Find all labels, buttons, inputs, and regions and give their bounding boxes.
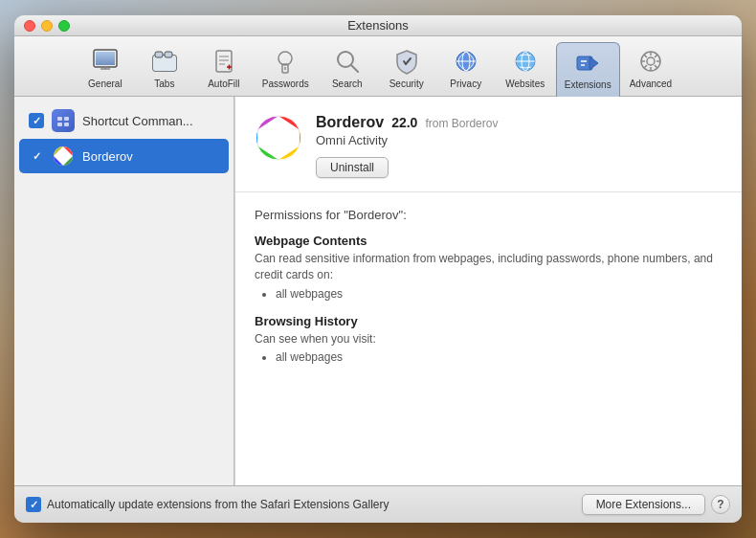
uninstall-button[interactable]: Uninstall [316,157,389,178]
toolbar-item-passwords[interactable]: Passwords [255,42,317,96]
toolbar-label-advanced: Advanced [630,78,672,89]
permission-heading-browsing: Browsing History [255,314,723,328]
extension-logo [255,114,302,162]
permission-item-webpage-0: all webpages [276,287,723,301]
extension-title-row: Borderov 22.0 from Borderov [316,114,723,131]
titlebar: Extensions [14,15,742,36]
borderov-sidebar-icon [52,145,75,168]
more-extensions-button[interactable]: More Extensions... [582,494,705,515]
svg-rect-43 [64,117,69,121]
svg-point-33 [647,57,655,65]
toolbar-item-autofill[interactable]: AutoFill [195,42,253,96]
permission-group-webpage: Webpage Contents Can read sensitive info… [255,234,723,301]
minimize-button[interactable] [41,20,53,32]
extension-from: from Borderov [425,117,498,130]
tabs-icon [149,46,180,77]
svg-line-41 [644,65,647,68]
svg-line-19 [351,65,358,72]
extension-info: Borderov 22.0 from Borderov Omni Activit… [316,114,723,178]
svg-rect-44 [57,123,62,126]
permissions-title: Permissions for "Borderov": [255,208,723,222]
bottom-bar: Automatically update extensions from the… [14,485,742,523]
close-button[interactable] [24,20,35,32]
toolbar-items: General Tabs [77,42,679,96]
websites-icon [510,46,541,77]
auto-update-label: Automatically update extensions from the… [47,498,389,511]
sidebar-item-borderov[interactable]: Borderov [19,139,229,173]
svg-point-15 [278,52,292,65]
svg-rect-42 [57,117,62,121]
autofill-icon [209,46,239,77]
svg-rect-2 [96,52,115,65]
security-icon [391,46,422,77]
shortcut-commands-icon [52,109,75,132]
extension-subtitle: Omni Activity [316,133,723,147]
extension-header: Borderov 22.0 from Borderov Omni Activit… [235,97,742,192]
borderov-checkbox[interactable] [29,148,44,164]
extension-name: Borderov [316,114,384,131]
permission-list-webpage: all webpages [255,287,723,301]
search-toolbar-icon [332,46,363,77]
advanced-icon [635,46,666,77]
toolbar-label-tabs: Tabs [154,78,174,89]
toolbar-label-passwords: Passwords [262,78,309,89]
shortcut-commands-label: Shortcut Comman... [82,114,193,128]
bottom-right: More Extensions... ? [582,494,730,515]
sidebar-list: Shortcut Comman... [14,97,233,485]
toolbar-item-general[interactable]: General [77,42,134,96]
permission-group-browsing: Browsing History Can see when you visit:… [255,314,723,365]
toolbar-item-search[interactable]: Search [319,42,376,96]
permission-heading-webpage: Webpage Contents [255,234,723,248]
toolbar-label-privacy: Privacy [450,78,481,89]
extensions-icon [572,47,603,78]
toolbar-item-security[interactable]: Security [378,42,435,96]
toolbar-item-extensions[interactable]: Extensions [556,42,620,97]
svg-point-49 [269,128,288,147]
help-button[interactable]: ? [711,495,730,514]
toolbar-item-privacy[interactable]: Privacy [437,42,495,96]
svg-rect-8 [165,52,172,57]
sidebar-item-shortcut-commands[interactable]: Shortcut Comman... [19,103,229,138]
privacy-icon [451,46,481,77]
window-title: Extensions [347,18,409,33]
toolbar-item-websites[interactable]: Websites [497,42,554,96]
svg-marker-29 [589,56,598,70]
maximize-button[interactable] [58,20,70,32]
auto-update-row: Automatically update extensions from the… [26,497,389,512]
toolbar-label-websites: Websites [505,78,545,89]
svg-point-47 [59,152,67,160]
general-icon [90,46,121,77]
toolbar-item-advanced[interactable]: Advanced [622,42,679,96]
main-window: Extensions [14,15,742,523]
permissions-section: Permissions for "Borderov": Webpage Cont… [235,192,742,392]
permission-item-browsing-0: all webpages [276,350,723,364]
toolbar-label-extensions: Extensions [565,79,611,90]
permission-list-browsing: all webpages [255,350,723,364]
content-area: Shortcut Comman... [14,97,742,485]
svg-rect-7 [155,52,163,57]
borderov-label: Borderov [82,149,133,164]
toolbar-label-search: Search [332,78,363,89]
extension-version: 22.0 [391,115,417,130]
toolbar-label-security: Security [389,78,424,89]
passwords-icon [270,46,300,77]
svg-line-39 [655,65,657,68]
svg-line-40 [655,55,657,57]
toolbar: General Tabs [14,36,742,97]
permission-desc-webpage: Can read sensitive information from webp… [255,251,723,283]
main-panel: Borderov 22.0 from Borderov Omni Activit… [234,97,742,485]
svg-line-38 [644,55,647,57]
sidebar: Shortcut Comman... [14,97,234,485]
svg-rect-45 [64,123,69,126]
toolbar-label-general: General [88,78,122,89]
auto-update-checkbox[interactable] [26,497,41,512]
shortcut-commands-checkbox[interactable] [29,113,44,128]
permission-desc-browsing: Can see when you visit: [255,331,723,347]
toolbar-item-tabs[interactable]: Tabs [136,42,193,96]
traffic-lights [24,20,70,32]
toolbar-label-autofill: AutoFill [208,78,239,89]
